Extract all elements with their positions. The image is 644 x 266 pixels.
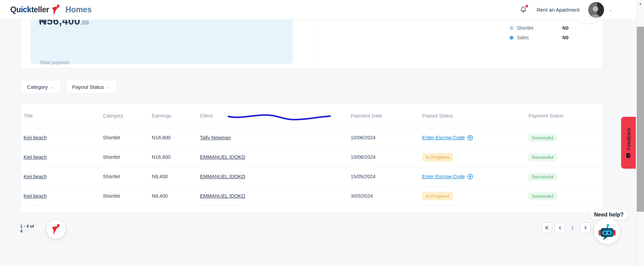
row-payment-date: 15/05/2024 xyxy=(351,174,422,179)
robot-icon xyxy=(596,221,618,242)
col-earnings: Earnings xyxy=(152,113,200,118)
col-payout-status: Payout Status xyxy=(422,113,528,118)
brand-name: Quickteller xyxy=(10,5,49,14)
pagination-range-text: 1 - 4 of 4 xyxy=(20,224,36,234)
row-title-link[interactable]: Keji beach xyxy=(24,174,47,179)
payout-status-badge: In Progress xyxy=(422,153,453,162)
payouts-panel: ₦56,400.00 Total payouts ₦0.00 xyxy=(30,20,293,64)
payouts-table: Title Category Earnings Client Payment D… xyxy=(21,103,603,212)
row-category: Shortlet xyxy=(103,193,152,199)
legend-item-shortlet: Shortlet N0 xyxy=(510,23,588,33)
shortlet-dot-icon xyxy=(510,26,513,30)
row-earnings: N9,400 xyxy=(152,174,200,179)
category-filter-dropdown[interactable]: Category ⌄ xyxy=(21,80,61,94)
notification-badge xyxy=(525,5,528,8)
legend-label: Shortlet xyxy=(517,25,533,31)
total-payouts-label: Total payouts xyxy=(39,59,69,65)
row-earnings: N18,800 xyxy=(152,135,200,140)
sales-dot-icon xyxy=(510,36,513,40)
col-payment-status: Payment Status xyxy=(528,113,603,118)
filter-bar: Category ⌄ Payout Status ⌄ xyxy=(21,80,117,94)
row-client-link[interactable]: EMMANUEL IDOKO xyxy=(200,174,245,179)
vertical-scrollbar: ▲ xyxy=(636,0,644,266)
row-client-link[interactable]: EMMANUEL IDOKO xyxy=(200,193,245,199)
table-row: Keji beach Shortlet N9,400 EMMANUEL IDOK… xyxy=(21,167,603,186)
quickteller-fab[interactable] xyxy=(46,220,66,239)
scroll-up-arrow[interactable]: ▲ xyxy=(637,0,644,7)
enter-escrow-code-link[interactable]: Enter Escrow Code xyxy=(422,174,473,180)
rent-apartment-link[interactable]: Rent an Apartment xyxy=(537,7,579,13)
chevron-down-icon: ⌄ xyxy=(609,7,613,12)
earnings-summary-card: ₦56,400.00 Total payouts ₦0.00 Shortlet … xyxy=(21,20,603,68)
quickteller-logo-icon xyxy=(51,4,61,16)
chevron-down-icon: ⌄ xyxy=(107,85,110,89)
notification-bell-icon[interactable] xyxy=(520,5,528,14)
legend-item-sales: Sales N0 xyxy=(510,33,588,42)
col-title: Title xyxy=(24,113,103,118)
col-payment-date: Payment Date xyxy=(351,113,422,118)
previous-page-button[interactable] xyxy=(554,222,565,233)
category-filter-label: Category xyxy=(27,84,48,90)
col-category: Category xyxy=(103,113,152,118)
chatbot-launcher[interactable] xyxy=(594,218,620,244)
legend-label: Sales xyxy=(517,35,529,40)
payout-status-filter-label: Payout Status xyxy=(72,84,104,90)
payment-status-badge: Successful xyxy=(528,173,557,181)
summary-divider xyxy=(318,20,319,68)
row-client-link[interactable]: Tally Newman xyxy=(200,135,231,140)
row-payment-date: 10/06/2024 xyxy=(351,135,422,140)
profile-menu[interactable]: ⌄ xyxy=(588,2,613,18)
enter-escrow-code-link[interactable]: Enter Escrow Code xyxy=(422,135,473,141)
scrollbar-thumb[interactable] xyxy=(637,27,644,212)
row-title-link[interactable]: Keji beach xyxy=(24,154,47,160)
row-title-link[interactable]: Keji beach xyxy=(24,135,47,140)
brand-suffix: Homes xyxy=(65,5,92,14)
payment-status-badge: Successful xyxy=(528,153,557,161)
row-earnings: N18,800 xyxy=(152,154,200,160)
payment-status-badge: Successful xyxy=(528,134,557,142)
arrow-up-circle-icon xyxy=(467,135,473,141)
row-category: Shortlet xyxy=(103,174,152,179)
legend-value: N0 xyxy=(562,25,568,31)
row-payment-date: 3/05/2024 xyxy=(351,193,422,199)
first-page-button[interactable] xyxy=(541,222,552,233)
arrow-up-circle-icon xyxy=(467,174,473,180)
payout-status-badge: In Progress xyxy=(422,192,453,200)
brand-logo[interactable]: Quickteller Homes xyxy=(10,4,92,16)
row-payment-date: 10/06/2024 xyxy=(351,154,422,160)
chevron-down-icon: ⌄ xyxy=(51,85,54,89)
row-client-link[interactable]: EMMANUEL IDOKO xyxy=(200,154,245,160)
quickteller-logo-icon xyxy=(51,224,61,235)
payout-status-filter-dropdown[interactable]: Payout Status ⌄ xyxy=(66,80,117,94)
avatar xyxy=(588,2,604,18)
top-navbar: Quickteller Homes Rent an Apartment xyxy=(0,0,636,20)
feedback-label: Feedback xyxy=(626,128,631,150)
payment-status-badge: Successful xyxy=(528,192,557,200)
chart-legend: Shortlet N0 Sales N0 xyxy=(510,23,588,42)
row-earnings: N9,400 xyxy=(152,193,200,199)
table-row: Keji beach Shortlet N9,400 EMMANUEL IDOK… xyxy=(21,186,603,206)
table-body: Keji beach Shortlet N18,800 Tally Newman… xyxy=(21,128,603,206)
row-category: Shortlet xyxy=(103,154,152,160)
legend-value: N0 xyxy=(562,35,568,40)
table-row: Keji beach Shortlet N18,800 Tally Newman… xyxy=(21,128,603,148)
col-client: Client xyxy=(200,113,351,118)
total-earnings-value: ₦56,400.00 xyxy=(39,20,293,27)
row-title-link[interactable]: Keji beach xyxy=(24,193,47,199)
feedback-tab[interactable]: Feedback xyxy=(621,117,636,169)
table-header-row: Title Category Earnings Client Payment D… xyxy=(21,104,603,128)
row-category: Shortlet xyxy=(103,135,152,140)
feedback-chat-icon xyxy=(626,153,631,158)
total-payouts-value: ₦0.00 xyxy=(39,67,58,68)
table-row: Keji beach Shortlet N18,800 EMMANUEL IDO… xyxy=(21,148,603,167)
next-page-button[interactable] xyxy=(580,222,591,233)
current-page-number[interactable]: 1 xyxy=(567,225,578,230)
